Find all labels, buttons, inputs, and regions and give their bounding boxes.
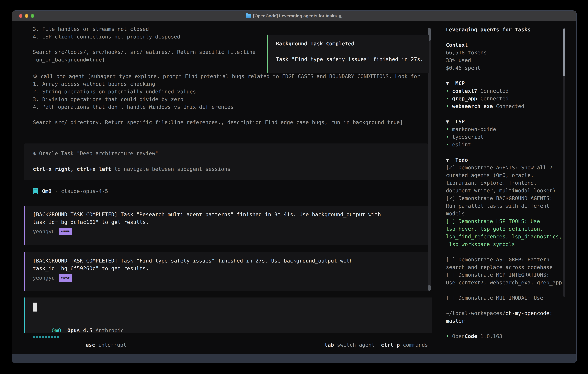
lsp-item: •typescript [446, 133, 573, 141]
mcp-section-header[interactable]: ▼MCP [446, 79, 573, 87]
green-dot-icon: • [446, 95, 452, 102]
app-version: 1.0.163 [477, 333, 502, 339]
interrupt-hint: esc interrupt [67, 333, 126, 341]
tool-call-block: ⚙ call_omo_agent [subagent_type=explore,… [33, 73, 420, 126]
todo-line: models [446, 210, 573, 217]
tool-call-line: 1. Array access without bounds checking [33, 80, 420, 88]
keybind-hints: tab switch agent ctrl+p commands [306, 333, 428, 341]
workspace-repo: oh-my-opencode: [505, 310, 553, 316]
window-title-text: [OpenCode] Leveraging agents for tasks [253, 13, 337, 18]
terminal-line: 3. File handles or streams not closed [33, 25, 255, 33]
background-task-toast[interactable]: Background Task Completed Task "Find typ… [267, 35, 429, 73]
lsp-item: •markdown-oxide [446, 125, 573, 133]
tool-call-line: 4. Path operations that don't handle Win… [33, 103, 420, 111]
task-meta: yeongyu QUEUED [33, 274, 428, 281]
working-spinner-dots [33, 333, 59, 341]
toast-body: Task "Find type safety issues" finished … [276, 55, 429, 63]
background-task-message: [BACKGROUND TASK COMPLETED] Task "Find t… [24, 252, 428, 291]
tab-key-label: tab [325, 342, 334, 348]
window-titlebar[interactable]: [OpenCode] Leveraging agents for tasks ◐ [12, 11, 577, 21]
green-dot-icon: • [446, 133, 452, 141]
oracle-task-title: ◉ Oracle Task "Deep architecture review" [33, 150, 428, 157]
session-title: Leveraging agents for tasks [446, 26, 573, 33]
tool-call-line: Search src/ directory. Return specific f… [33, 118, 420, 126]
context-tokens: 66,518 tokens [446, 49, 573, 56]
close-button[interactable] [19, 14, 22, 18]
prompt-input[interactable]: OmO Opus 4.5 Anthropic [24, 298, 432, 333]
status-badge: QUEUED [59, 274, 72, 281]
todo-line: [✓] Demonstrate AGENTS: Show all 7 [446, 164, 573, 171]
oracle-task-hint: ctrl+x right, ctrl+x left to navigate be… [33, 165, 428, 173]
collapse-triangle-icon: ▼ [446, 156, 455, 164]
input-agent-name: OmO [52, 327, 61, 333]
context-spent: $0.46 spent [446, 64, 573, 72]
task-message-line: task_id="bg_6f59260c" to get results. [33, 265, 428, 272]
terminal-line [33, 41, 255, 48]
todo-line: [ ] Demonstrate MCP INTEGRATIONS: [446, 271, 573, 279]
task-message-line: [BACKGROUND TASK COMPLETED] Task "Find t… [33, 257, 428, 265]
collapse-triangle-icon: ▼ [446, 79, 455, 87]
mcp-status: Connected [493, 103, 524, 109]
todo-line-active: lsp_find_references, lsp_diagnostics, [446, 233, 573, 240]
todo-line-active: [ ] Demonstrate LSP TOOLS: Use [446, 217, 573, 225]
todo-line: search and replace across codebase [446, 263, 573, 271]
app-name: Code [465, 333, 477, 339]
green-dot-icon: • [446, 332, 452, 340]
mcp-item: •grep_app Connected [446, 95, 573, 102]
lsp-item: •eslint [446, 141, 573, 148]
mcp-status: Connected [477, 88, 509, 94]
terminal-line: Search src/tools/, src/hooks/, src/featu… [33, 48, 255, 56]
lsp-name: typescript [452, 134, 483, 140]
tool-call-line [33, 111, 420, 118]
task-meta: yeongyu QUEUED [33, 228, 428, 235]
todo-line: [ ] Demonstrate AST-GREP: Pattern [446, 256, 573, 263]
sidebar-scrollbar-thumb[interactable] [563, 29, 566, 76]
mcp-status: Connected [477, 96, 509, 102]
task-user: yeongyu [33, 274, 55, 281]
terminal-line: 4. LSP client connections not properly d… [33, 33, 255, 41]
context-used: 33% used [446, 56, 573, 64]
todo-section-header[interactable]: ▼Todo [446, 156, 573, 164]
folder-icon [246, 14, 251, 18]
text-cursor [33, 302, 37, 312]
minimize-button[interactable] [25, 14, 28, 18]
window-bottom-bar [12, 354, 577, 363]
task-message-line: task_id="bg_dcfac161" to get results. [33, 218, 428, 226]
mcp-item: •context7 Connected [446, 87, 573, 95]
mcp-item: •websearch_exa Connected [446, 102, 573, 110]
oracle-task-card[interactable]: ◉ Oracle Task "Deep architecture review"… [24, 144, 428, 180]
traffic-lights [19, 11, 34, 21]
todo-line: librarian, explore, frontend, [446, 179, 573, 187]
agent-icon [33, 188, 38, 194]
collapse-triangle-icon: ▼ [446, 118, 455, 125]
task-user: yeongyu [33, 228, 55, 235]
scrollback-text: 3. File handles or streams not closed 4.… [33, 25, 255, 63]
todo-line [446, 248, 573, 256]
zoom-button[interactable] [31, 14, 34, 18]
context-header: Context [446, 41, 573, 49]
tool-call-line: 2. String operations on potentially unde… [33, 88, 420, 95]
terminal-window: [OpenCode] Leveraging agents for tasks ◐… [11, 10, 577, 363]
tool-call-line: ⚙ call_omo_agent [subagent_type=explore,… [33, 73, 420, 80]
todo-line: Run parallel tasks with different [446, 202, 573, 210]
background-task-message: [BACKGROUND TASK COMPLETED] Task "Resear… [24, 206, 428, 245]
toast-title: Background Task Completed [276, 40, 429, 47]
fisheye-icon: ◉ [33, 150, 36, 156]
agent-name: OmO [42, 187, 52, 195]
workspace-path: ~/local-workspaces/oh-my-opencode: [446, 309, 573, 317]
task-message-line: [BACKGROUND TASK COMPLETED] Task "Resear… [33, 211, 428, 218]
todo-line-active: lsp_workspace_symbols [446, 240, 573, 248]
ctrlp-key-label: ctrl+p [381, 342, 400, 348]
lsp-name: eslint [452, 142, 471, 147]
todo-line: curated agents (OmO, oracle, [446, 171, 573, 179]
green-dot-icon: • [446, 141, 452, 148]
input-provider-name: Anthropic [93, 327, 124, 333]
main-scrollbar-thumb-bottom[interactable] [428, 285, 430, 291]
half-moon-icon: ◐ [339, 13, 342, 19]
green-dot-icon: • [446, 102, 452, 110]
lsp-section-header[interactable]: ▼LSP [446, 118, 573, 125]
tool-call-text: call_omo_agent [subagent_type=explore, p… [41, 73, 420, 79]
version-line: •OpenCode 1.0.163 [446, 332, 573, 340]
mcp-name: websearch_exa [452, 103, 493, 109]
gear-icon: ⚙ [33, 73, 37, 79]
